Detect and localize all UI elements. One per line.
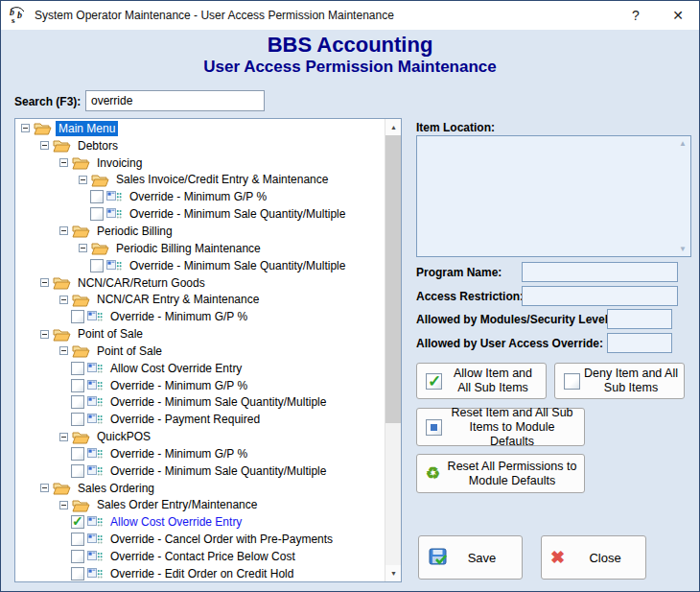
tree-item[interactable]: QuickPOS [15,428,385,445]
tree-item[interactable]: Override - Minimum Sale Quantity/Multipl… [15,394,385,412]
collapse-toggle-icon[interactable] [40,278,49,287]
collapse-toggle-icon[interactable] [21,124,30,132]
collapse-toggle-icon[interactable] [40,141,49,150]
tree-item[interactable]: Allow Cost Override Entry [15,360,385,377]
checked-checkbox[interactable] [71,515,84,529]
allowed-modules-field[interactable] [607,309,672,329]
collapse-toggle-icon[interactable] [79,244,87,252]
tree-item[interactable]: Override - Cancel Order with Pre-Payment… [15,531,385,548]
tree-item[interactable]: NCN/CAR/Return Goods [15,274,385,292]
folder-icon [91,241,109,255]
tree-item[interactable]: Override - Contact Price Below Cost [15,548,385,565]
scroll-down-icon[interactable]: ▼ [385,565,402,581]
tree-item-label: Override - Minimum G/P % [107,309,250,324]
item-location-box[interactable]: ▲ ▼ [416,135,691,257]
item-location-scrollbar: ▲ ▼ [675,136,690,256]
tree-item[interactable]: Invoicing [15,154,385,172]
unchecked-checkbox[interactable] [71,379,84,392]
collapse-toggle-icon[interactable] [40,330,49,339]
help-button[interactable]: ? [615,1,657,30]
permission-tree[interactable]: Main MenuDebtorsInvoicingSales Invoice/C… [14,118,402,582]
tree-item[interactable]: Override - Minimum G/P % [15,377,385,394]
collapse-toggle-icon[interactable] [59,501,68,509]
scroll-down-icon: ▼ [675,245,690,253]
folder-icon [91,173,109,187]
tree-item[interactable]: Debtors [15,137,385,154]
collapse-toggle-icon[interactable] [59,226,68,235]
unchecked-checkbox[interactable] [71,550,84,563]
allowed-override-field[interactable] [607,333,672,353]
tree-item-label: Override - Edit Order on Credit Hold [107,566,296,581]
tree-item[interactable]: Override - Edit Order on Credit Hold [15,565,385,581]
tree-item[interactable]: Sales Invoice/Credit Entry & Maintenance [15,172,385,189]
collapse-toggle-icon[interactable] [79,176,87,184]
close-button[interactable]: ✖ Close [541,535,646,580]
collapse-toggle-icon[interactable] [40,484,49,492]
allowed-override-label: Allowed by User Access Override: [416,334,603,353]
reset-all-button[interactable]: ♻ Reset All Permissions to Module Defaul… [416,454,585,493]
unchecked-checkbox[interactable] [90,259,104,272]
reset-item-button[interactable]: Reset Item and All Sub Items to Module D… [416,408,585,446]
unchecked-checkbox[interactable] [71,567,84,580]
item-location-value [421,138,673,254]
folder-icon [72,430,90,444]
unchecked-checkbox[interactable] [90,207,104,221]
tree-item[interactable]: Override - Minimum G/P % [15,188,385,205]
folder-icon [72,498,90,512]
save-button[interactable]: Save [418,535,523,580]
collapse-toggle-icon[interactable] [59,296,68,304]
program-icon [87,515,104,529]
tree-item-label: Override - Contact Price Below Cost [107,549,298,564]
tree-item[interactable]: Sales Order Entry/Maintenance [15,497,385,514]
tree-item-label: Override - Payment Required [107,412,263,427]
tree-item[interactable]: Override - Minimum Sale Quantity/Multipl… [15,205,385,223]
collapse-toggle-icon[interactable] [59,158,68,167]
program-icon [87,413,104,426]
program-icon [87,395,104,409]
tree-item[interactable]: Override - Minimum Sale Quantity/Multipl… [15,257,385,274]
unchecked-checkbox[interactable] [71,310,84,323]
scroll-up-icon[interactable]: ▲ [385,119,402,135]
tree-item[interactable]: Override - Payment Required [15,411,385,428]
tree-item[interactable]: Point of Sale [15,343,385,360]
window-close-button[interactable]: ✕ [657,1,699,30]
collapse-toggle-icon[interactable] [59,433,68,441]
tree-item-label: Sales Invoice/Credit Entry & Maintenance [113,172,331,187]
tree-item[interactable]: Allow Cost Override Entry [15,513,385,531]
collapse-toggle-icon[interactable] [59,346,68,355]
allow-item-button[interactable]: Allow Item and All Sub Items [416,363,547,399]
program-icon [87,533,104,546]
search-input[interactable] [85,90,265,111]
tree-item[interactable]: Periodic Billing [15,223,385,240]
unchecked-checkbox-icon [564,373,580,390]
unchecked-checkbox[interactable] [71,464,84,478]
deny-item-button[interactable]: Deny Item and All Sub Items [554,363,685,399]
svg-text:s: s [12,15,15,25]
unchecked-checkbox[interactable] [71,362,84,375]
tree-scrollbar[interactable]: ▲ ▼ [385,119,401,581]
tree-item[interactable]: Main Menu [15,120,385,137]
unchecked-checkbox[interactable] [71,447,84,461]
tree-item-label: Override - Minimum Sale Quantity/Multipl… [107,463,329,479]
scrollbar-thumb[interactable] [385,135,402,423]
search-label: Search (F3): [14,95,81,108]
access-restriction-field[interactable] [522,286,678,306]
tree-item-label: Periodic Billing [94,224,175,239]
unchecked-checkbox[interactable] [90,190,104,203]
dialog-window: b b s System Operator Maintenance - User… [0,0,700,592]
tree-item[interactable]: Point of Sale [15,325,385,343]
unchecked-checkbox[interactable] [71,395,84,409]
tree-item-label: Override - Cancel Order with Pre-Payment… [107,532,336,547]
unchecked-checkbox[interactable] [71,413,84,426]
program-icon [87,464,104,478]
tree-item[interactable]: NCN/CAR Entry & Maintenance [15,291,385,308]
tree-item[interactable]: Override - Minimum G/P % [15,445,385,462]
tree-item[interactable]: Override - Minimum G/P % [15,308,385,325]
tree-item[interactable]: Override - Minimum Sale Quantity/Multipl… [15,462,385,480]
tree-item[interactable]: Sales Ordering [15,480,385,497]
tree-item-label: Invoicing [94,155,145,171]
tree-item-label: QuickPOS [94,429,153,444]
unchecked-checkbox[interactable] [71,533,84,546]
program-name-field[interactable] [522,262,678,282]
tree-item[interactable]: Periodic Billing Maintenance [15,240,385,257]
